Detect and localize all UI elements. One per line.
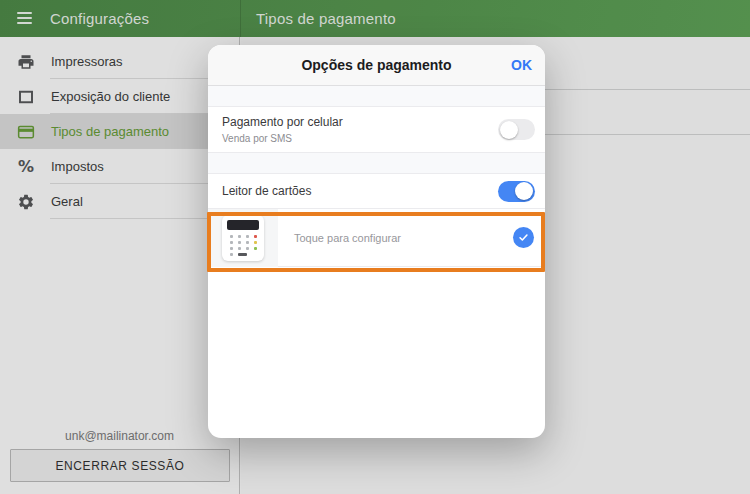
mobile-payment-row: Pagamento por celular Venda por SMS (208, 107, 545, 153)
mobile-payment-subtitle: Venda por SMS (222, 133, 343, 144)
group-spacer (208, 153, 545, 174)
dialog-title: Opções de pagamento (301, 57, 451, 73)
toggle-knob (500, 121, 518, 139)
mobile-payment-labels: Pagamento por celular Venda por SMS (222, 115, 343, 144)
device-configure-hint: Toque para configurar (294, 232, 401, 244)
dialog-header: Opções de pagamento OK (208, 45, 545, 86)
card-reader-device-illustration (222, 215, 264, 261)
app-screen: Configurações Tipos de pagamento Impress… (0, 0, 750, 494)
device-keypad (230, 235, 262, 259)
card-reader-toggle[interactable] (498, 181, 535, 202)
selected-check-icon (513, 227, 534, 248)
payment-options-dialog: Opções de pagamento OK Pagamento por cel… (208, 45, 545, 438)
group-spacer (208, 86, 545, 107)
mobile-payment-title: Pagamento por celular (222, 115, 343, 129)
card-reader-image (208, 209, 278, 267)
card-reader-row: Leitor de cartões (208, 174, 545, 209)
device-screen (227, 220, 259, 230)
card-reader-device-row[interactable]: Toque para configurar (208, 209, 545, 267)
toggle-knob (515, 182, 533, 200)
mobile-payment-toggle[interactable] (498, 119, 535, 140)
card-reader-title: Leitor de cartões (222, 184, 311, 198)
ok-button[interactable]: OK (511, 45, 532, 85)
